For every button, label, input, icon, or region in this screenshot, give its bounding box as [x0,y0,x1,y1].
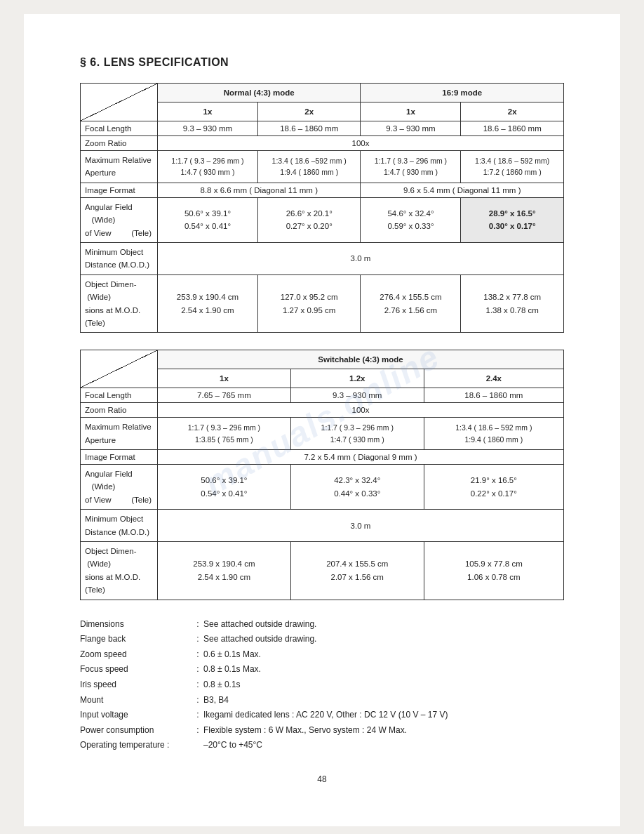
table2-angfield-label: Angular Field (Wide)of View (Tele) [81,465,158,510]
spec-power-label: Power consumption [80,723,192,739]
spec-iris-speed-colon: : [192,677,203,693]
section-title: § 6. LENS SPECIFICATION [80,56,564,69]
table2-aperture-24x: 1:3.4 ( 18.6 – 592 mm )1:9.4 ( 1860 mm ) [424,418,563,450]
table2-header: Switchable (4:3) mode [158,350,564,369]
table2-angfield-24x: 21.9° x 16.5°0.22° x 0.17° [424,465,563,510]
spec-power-colon: : [192,723,203,739]
table1-focal-label: Focal Length [81,121,158,136]
table2-objdim-12x: 207.4 x 155.5 cm2.07 x 1.56 cm [290,542,424,600]
spec-flange-value: See attached outside drawing. [203,632,564,647]
table2-corner-cell [81,350,158,388]
table2-aperture-12x: 1:1.7 ( 9.3 – 296 mm )1:4.7 ( 930 mm ) [290,418,424,450]
spec-dimensions: Dimensions : See attached outside drawin… [80,617,564,633]
table1-zoom-label: Zoom Ratio [81,136,158,151]
table1-objdim-n2x: 127.0 x 95.2 cm1.27 x 0.95 cm [257,274,361,333]
table1-angfield-s2x: 28.9° x 16.5°0.30° x 0.17° [461,197,564,242]
spec-power-value: Flexible system : 6 W Max., Servo system… [203,723,564,739]
spec-input-voltage-label: Input voltage [80,708,192,723]
table2-focal-24x: 18.6 – 1860 mm [424,388,563,403]
table1-corner-cell [81,84,158,121]
spec-focus-speed-colon: : [192,662,203,677]
table1-angfield-s1x: 54.6° x 32.4°0.59° x 0.33° [361,197,461,242]
table2-focal-1x: 7.65 – 765 mm [158,388,291,403]
spec-mount: Mount : B3, B4 [80,693,564,708]
table1-imgfmt-label: Image Format [81,183,158,197]
spec-input-voltage: Input voltage : Ikegami dedicated lens :… [80,708,564,723]
spec-iris-speed-value: 0.8 ± 0.1s [203,677,564,693]
table2-angfield-12x: 42.3° x 32.4°0.44° x 0.33° [290,465,424,510]
spec-flange-colon: : [192,632,203,647]
spec-power: Power consumption : Flexible system : 6 … [80,723,564,739]
table1-focal-s1x: 9.3 – 930 mm [361,121,461,136]
table1-imgfmt-normal: 8.8 x 6.6 mm ( Diagonal 11 mm ) [158,183,361,197]
table1-subh-n2x: 2x [257,102,361,121]
spec-temp-colon [192,738,203,753]
spec-dimensions-colon: : [192,617,203,633]
table1-zoom-value: 100x [158,136,564,151]
table2-subh-24x: 2.4x [424,369,563,388]
specs-list: Dimensions : See attached outside drawin… [80,617,564,753]
spec-zoom-speed-label: Zoom speed [80,647,192,663]
table2-mod-value: 3.0 m [158,510,564,542]
table1: Normal (4:3) mode 16:9 mode 1x 2x 1x 2x … [80,83,564,333]
table2-mod-label: Minimum ObjectDistance (M.O.D.) [81,510,158,542]
table2-focal-12x: 9.3 – 930 mm [290,388,424,403]
table2-objdim-label: Object Dimen- (Wide)sions at M.O.D.(Tele… [81,542,158,600]
table2-imgfmt-label: Image Format [81,450,158,465]
table1-aperture-n2x: 1:3.4 ( 18.6 –592 mm )1:9.4 ( 1860 mm ) [257,151,361,183]
table1-aperture-s2x: 1:3.4 ( 18.6 – 592 mm)1:7.2 ( 1860 mm ) [461,151,564,183]
table1-aperture-s1x: 1:1.7 ( 9.3 – 296 mm )1:4.7 ( 930 mm ) [361,151,461,183]
spec-temp: Operating temperature : –20°C to +45°C [80,738,564,753]
spec-zoom-speed-value: 0.6 ± 0.1s Max. [203,647,564,663]
spec-focus-speed-value: 0.8 ± 0.1s Max. [203,662,564,677]
table1-focal-s2x: 18.6 – 1860 mm [461,121,564,136]
spec-mount-label: Mount [80,693,192,708]
table1-objdim-s1x: 276.4 x 155.5 cm2.76 x 1.56 cm [361,274,461,333]
table2-focal-label: Focal Length [81,388,158,403]
table1-mod-value: 3.0 m [158,242,564,274]
table1-angfield-label: Angular Field (Wide)of View (Tele) [81,197,158,242]
spec-focus-speed-label: Focus speed [80,662,192,677]
spec-temp-value: –20°C to +45°C [203,738,564,753]
table1-focal-n2x: 18.6 – 1860 mm [257,121,361,136]
table2-subh-12x: 1.2x [290,369,424,388]
table1-angfield-n2x: 26.6° x 20.1°0.27° x 0.20° [257,197,361,242]
table1-subh-s2x: 2x [461,102,564,121]
table1-header-169: 16:9 mode [361,84,564,102]
spec-temp-label: Operating temperature : [80,738,192,753]
table2-zoom-value: 100x [158,403,564,418]
table1-aperture-n1x: 1:1.7 ( 9.3 – 296 mm )1:4.7 ( 930 mm ) [158,151,258,183]
table2-imgfmt-value: 7.2 x 5.4 mm ( Diagonal 9 mm ) [158,450,564,465]
page: manuals.online § 6. LENS SPECIFICATION N… [24,14,620,826]
spec-mount-colon: : [192,693,203,708]
table1-objdim-label: Object Dimen- (Wide)sions at M.O.D.(Tele… [81,274,158,333]
table2-objdim-24x: 105.9 x 77.8 cm1.06 x 0.78 cm [424,542,563,600]
spec-iris-speed: Iris speed : 0.8 ± 0.1s [80,677,564,693]
table1-focal-n1x: 9.3 – 930 mm [158,121,258,136]
table1-subh-n1x: 1x [158,102,258,121]
table2-aperture-label: Maximum RelativeAperture [81,418,158,450]
table1-angfield-n1x: 50.6° x 39.1°0.54° x 0.41° [158,197,258,242]
table2: Switchable (4:3) mode 1x 1.2x 2.4x Focal… [80,350,564,600]
spec-flange: Flange back : See attached outside drawi… [80,632,564,647]
table2-angfield-1x: 50.6° x 39.1°0.54° x 0.41° [158,465,291,510]
table1-mod-label: Minimum ObjectDistance (M.O.D.) [81,242,158,274]
spec-iris-speed-label: Iris speed [80,677,192,693]
table1-subh-s1x: 1x [361,102,461,121]
table1-header-normal: Normal (4:3) mode [158,84,361,102]
page-number: 48 [80,774,564,784]
spec-mount-value: B3, B4 [203,693,564,708]
table2-aperture-1x: 1:1.7 ( 9.3 – 296 mm )1:3.85 ( 765 mm ) [158,418,291,450]
spec-dimensions-label: Dimensions [80,617,192,633]
spec-zoom-speed-colon: : [192,647,203,663]
spec-focus-speed: Focus speed : 0.8 ± 0.1s Max. [80,662,564,677]
spec-dimensions-value: See attached outside drawing. [203,617,564,633]
table1-objdim-n1x: 253.9 x 190.4 cm2.54 x 1.90 cm [158,274,258,333]
spec-flange-label: Flange back [80,632,192,647]
table1-imgfmt-169: 9.6 x 5.4 mm ( Diagonal 11 mm ) [361,183,564,197]
spec-input-voltage-colon: : [192,708,203,723]
table1-objdim-s2x: 138.2 x 77.8 cm1.38 x 0.78 cm [461,274,564,333]
table2-subh-1x: 1x [158,369,291,388]
table2-objdim-1x: 253.9 x 190.4 cm2.54 x 1.90 cm [158,542,291,600]
table1-aperture-label: Maximum RelativeAperture [81,151,158,183]
